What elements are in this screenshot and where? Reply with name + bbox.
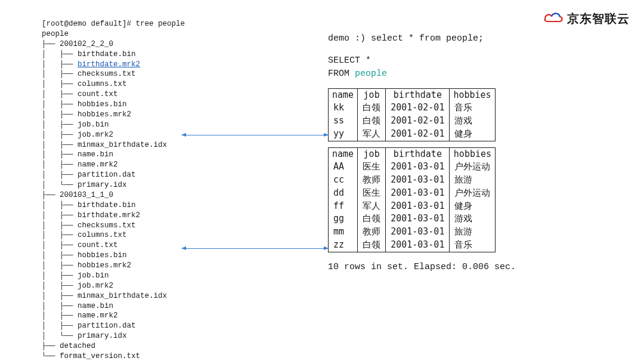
cell: 2001-03-01 <box>386 200 450 213</box>
cell: ss <box>329 115 358 128</box>
cell: 2001-03-01 <box>386 187 450 200</box>
brand-logo: 京东智联云 <box>543 11 630 27</box>
cell: yy <box>329 128 358 141</box>
cell: 旅游 <box>450 226 496 239</box>
table-row: yy军人2001-02-01健身 <box>329 128 496 141</box>
column-header: name <box>329 147 358 161</box>
cell: 军人 <box>358 200 386 213</box>
column-header: birthdate <box>386 147 450 161</box>
column-header: name <box>329 88 358 101</box>
table-row: dd医生2001-03-01户外运动 <box>329 187 496 200</box>
cell: 教师 <box>358 174 386 187</box>
column-header: hobbies <box>450 88 495 101</box>
cell: gg <box>329 212 358 226</box>
column-header: job <box>358 147 386 161</box>
table-row: gg白领2001-03-01游戏 <box>329 212 496 226</box>
cell: 2001-03-01 <box>386 226 450 239</box>
cell: 音乐 <box>450 239 496 252</box>
sql-block: SELECT * FROM people <box>328 54 608 81</box>
cell: 2001-03-01 <box>386 174 450 187</box>
arrow-connector-2 <box>182 248 328 249</box>
cell: cc <box>329 174 358 187</box>
query-panel: demo :) select * from people; SELECT * F… <box>262 19 608 349</box>
arrow-connector-1 <box>182 135 328 135</box>
cell: 白领 <box>358 101 386 115</box>
column-header: birthdate <box>386 88 450 101</box>
cell: 2001-02-01 <box>386 101 450 115</box>
cell: 2001-02-01 <box>386 128 450 141</box>
table-row: cc教师2001-03-01旅游 <box>329 174 496 187</box>
column-header: job <box>358 88 386 101</box>
cell: kk <box>329 101 358 115</box>
cell: 医生 <box>358 187 386 200</box>
brand-name: 京东智联云 <box>567 11 630 27</box>
cell: 白领 <box>358 239 386 252</box>
cell: 白领 <box>358 212 386 226</box>
result-tables: namejobbirthdatehobbieskk白领2001-02-01音乐s… <box>328 88 608 252</box>
cell: 游戏 <box>450 212 496 226</box>
result-table: namejobbirthdatehobbieskk白领2001-02-01音乐s… <box>328 88 496 141</box>
cell: 户外运动 <box>450 161 496 174</box>
select-kw: SELECT <box>328 55 360 66</box>
cell: 游戏 <box>450 115 495 128</box>
table-row: ss白领2001-02-01游戏 <box>329 115 496 128</box>
cli-line: demo :) select * from people; <box>328 32 608 46</box>
cell: 音乐 <box>450 101 495 115</box>
cell: dd <box>329 187 358 200</box>
cell: 2001-02-01 <box>386 115 450 128</box>
cell: ff <box>329 200 358 213</box>
cell: 2001-03-01 <box>386 161 450 174</box>
table-row: zz白领2001-03-01音乐 <box>329 239 496 252</box>
cell: 医生 <box>358 161 386 174</box>
tree-output: [root@demo default]# tree people people … <box>42 19 262 349</box>
cell: 健身 <box>450 200 496 213</box>
cell: AA <box>329 161 358 174</box>
result-table: namejobbirthdatehobbiesAA医生2001-03-01户外运… <box>328 147 496 252</box>
cell: 户外运动 <box>450 187 496 200</box>
select-cols: * <box>366 55 371 66</box>
table-row: mm教师2001-03-01旅游 <box>329 226 496 239</box>
cell: mm <box>329 226 358 239</box>
cell: 旅游 <box>450 174 496 187</box>
cell: 2001-03-01 <box>386 239 450 252</box>
cell: zz <box>329 239 358 252</box>
rows-summary: 10 rows in set. Elapsed: 0.006 sec. <box>328 261 608 274</box>
column-header: hobbies <box>450 147 496 161</box>
table-row: kk白领2001-02-01音乐 <box>329 101 496 115</box>
table-row: AA医生2001-03-01户外运动 <box>329 161 496 174</box>
from-kw: FROM <box>328 69 349 79</box>
cell: 白领 <box>358 115 386 128</box>
cell: 健身 <box>450 128 495 141</box>
table-row: ff军人2001-03-01健身 <box>329 200 496 213</box>
cell: 教师 <box>358 226 386 239</box>
cell: 军人 <box>358 128 386 141</box>
cell: 2001-03-01 <box>386 212 450 226</box>
logo-icon <box>543 11 564 27</box>
from-table: people <box>355 69 387 79</box>
